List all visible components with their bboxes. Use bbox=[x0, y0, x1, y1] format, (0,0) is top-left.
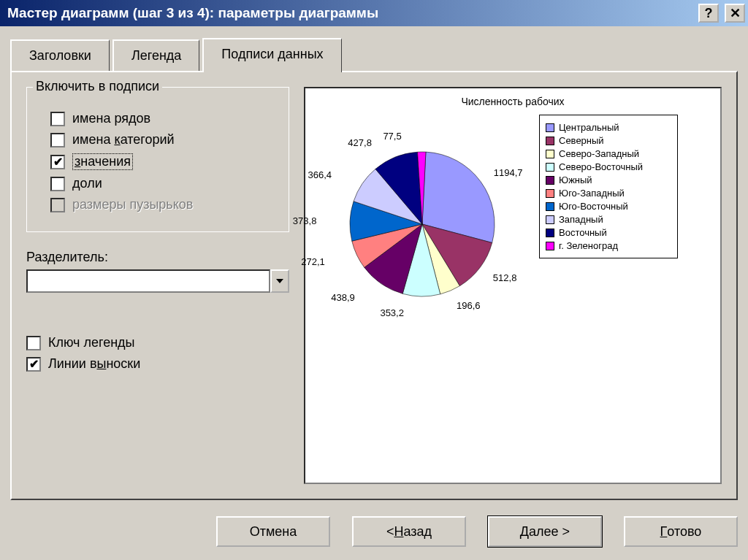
check-leader-lines[interactable]: ✔ bbox=[26, 357, 41, 372]
window-title: Мастер диаграмм (шаг 3 из 4): параметры … bbox=[7, 5, 692, 21]
cancel-button[interactable]: Отмена bbox=[216, 516, 330, 547]
finish-button[interactable]: Готово bbox=[624, 516, 738, 547]
legend-swatch bbox=[546, 176, 554, 185]
pie-wrap: 1194,7512,8196,6353,2438,9272,1373,8366,… bbox=[313, 115, 532, 334]
check-bubble-row: размеры пузырьков bbox=[50, 197, 278, 212]
legend-swatch bbox=[546, 163, 554, 172]
close-button[interactable]: ✕ bbox=[725, 4, 745, 23]
data-label: 366,4 bbox=[308, 169, 332, 180]
legend-row: Центральный bbox=[546, 122, 671, 133]
txt: оли bbox=[80, 176, 102, 191]
data-label: 196,6 bbox=[457, 300, 481, 311]
legend-label: Центральный bbox=[559, 122, 619, 133]
lower-checks: Ключ легенды ✔ Линии выноски bbox=[26, 329, 289, 377]
legend-row: Северный bbox=[546, 135, 671, 146]
separator-combo[interactable] bbox=[26, 269, 289, 293]
pie-chart bbox=[342, 144, 503, 304]
group-title: Включить в подписи bbox=[33, 79, 162, 94]
tab-legend[interactable]: Легенда bbox=[112, 39, 199, 71]
label-category-names: имена категорий bbox=[72, 132, 175, 147]
txt: д bbox=[72, 176, 80, 191]
check-values[interactable]: ✔ bbox=[50, 155, 65, 169]
check-category-names-row: имена категорий bbox=[50, 132, 278, 147]
txt: Н bbox=[394, 524, 403, 540]
legend-swatch bbox=[546, 215, 554, 224]
check-leader-lines-row: ✔ Линии выноски bbox=[26, 356, 289, 372]
legend-row: Западный bbox=[546, 214, 671, 225]
txt: атегорий bbox=[121, 132, 175, 147]
check-category-names[interactable] bbox=[50, 133, 65, 147]
txt: к bbox=[114, 132, 120, 147]
txt: Д bbox=[520, 524, 529, 540]
data-label: 272,1 bbox=[301, 256, 325, 267]
tab-titles[interactable]: Заголовки bbox=[10, 39, 110, 71]
data-label: 512,8 bbox=[493, 272, 517, 283]
next-button[interactable]: Далее > bbox=[488, 516, 602, 547]
legend-row: Южный bbox=[546, 174, 671, 185]
txt: Г bbox=[660, 524, 668, 540]
tab-panel: Включить в подписи имена рядов имена кат… bbox=[10, 71, 738, 500]
legend-swatch bbox=[546, 189, 554, 198]
dialog-window: Мастер диаграмм (шаг 3 из 4): параметры … bbox=[0, 0, 748, 560]
check-percent[interactable] bbox=[50, 177, 65, 191]
txt: отово bbox=[667, 524, 701, 540]
help-button[interactable]: ? bbox=[698, 4, 719, 23]
data-label: 77,5 bbox=[383, 131, 401, 142]
check-values-row: ✔ значения bbox=[50, 153, 278, 170]
legend-label: Юго-Западный bbox=[559, 188, 625, 199]
tab-strip: Заголовки Легенда Подписи данных bbox=[10, 37, 738, 71]
txt: Раз bbox=[26, 250, 47, 264]
separator-label: Разделитель: bbox=[26, 250, 289, 265]
chart-preview: Численность рабочих 1194,7512,8196,6353,… bbox=[304, 87, 722, 484]
data-label: 438,9 bbox=[331, 292, 355, 303]
check-percent-row: доли bbox=[50, 176, 278, 191]
legend-label: Южный bbox=[559, 174, 592, 185]
legend-label: Восточный bbox=[559, 227, 607, 238]
legend-swatch bbox=[546, 202, 554, 211]
data-label: 353,2 bbox=[380, 307, 404, 318]
check-bubble-sizes bbox=[50, 198, 65, 212]
check-series-names[interactable] bbox=[50, 112, 65, 126]
label-percent: доли bbox=[72, 176, 102, 191]
legend-swatch bbox=[546, 150, 554, 158]
label-series-names: имена рядов bbox=[72, 111, 150, 126]
txt: начения bbox=[80, 154, 131, 169]
chart-title: Численность рабочих bbox=[313, 96, 713, 107]
label-leader-lines: Линии выноски bbox=[48, 356, 140, 372]
txt: имена bbox=[72, 132, 114, 147]
check-series-names-row: имена рядов bbox=[50, 111, 278, 126]
left-column: Включить в подписи имена рядов имена кат… bbox=[26, 87, 289, 484]
button-bar: Отмена < Назад Далее > Готово bbox=[0, 505, 748, 560]
tab-data-labels[interactable]: Подписи данных bbox=[202, 38, 341, 72]
legend-swatch bbox=[546, 123, 554, 132]
content-area: Заголовки Легенда Подписи данных Включит… bbox=[0, 26, 748, 505]
txt: д bbox=[47, 250, 56, 264]
label-bubble-sizes: размеры пузырьков bbox=[72, 197, 193, 212]
label-legend-key: Ключ легенды bbox=[48, 335, 135, 350]
txt: елитель: bbox=[56, 250, 108, 264]
legend-label: Северо-Восточный bbox=[559, 161, 643, 172]
legend-row: г. Зеленоград bbox=[546, 240, 671, 251]
legend-label: Юго-Восточный bbox=[559, 201, 628, 212]
chart-area: 1194,7512,8196,6353,2438,9272,1373,8366,… bbox=[313, 115, 713, 334]
include-labels-group: Включить в подписи имена рядов имена кат… bbox=[26, 87, 289, 232]
legend-row: Юго-Западный bbox=[546, 188, 671, 199]
check-legend-key[interactable] bbox=[26, 336, 41, 350]
titlebar: Мастер диаграмм (шаг 3 из 4): параметры … bbox=[0, 0, 748, 26]
separator-dropdown-button[interactable] bbox=[270, 269, 289, 293]
txt: носки bbox=[106, 356, 140, 371]
data-label: 373,8 bbox=[293, 215, 317, 226]
separator-input[interactable] bbox=[26, 269, 270, 293]
data-label: 1194,7 bbox=[494, 167, 523, 178]
legend-swatch bbox=[546, 229, 554, 237]
legend-row: Восточный bbox=[546, 227, 671, 238]
legend-swatch bbox=[546, 137, 554, 145]
check-legend-key-row: Ключ легенды bbox=[26, 335, 289, 350]
legend-swatch bbox=[546, 242, 554, 250]
legend-label: г. Зеленоград bbox=[559, 240, 618, 251]
txt: Линии в bbox=[48, 356, 96, 371]
data-label: 427,8 bbox=[348, 137, 372, 148]
legend-row: Юго-Восточный bbox=[546, 201, 671, 212]
back-button[interactable]: < Назад bbox=[352, 516, 466, 547]
txt: < bbox=[386, 524, 394, 540]
